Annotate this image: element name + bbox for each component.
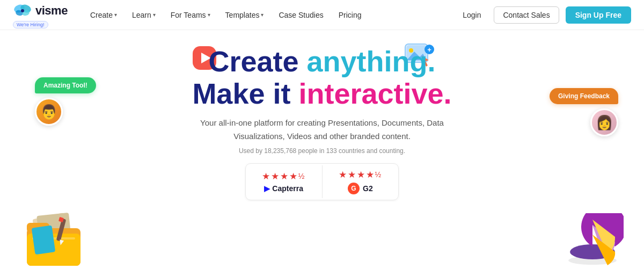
logo-area[interactable]: visme We're Hiring!: [13, 1, 68, 28]
interactive-highlight: interactive.: [298, 77, 451, 110]
hero-heading-line1: Create anything.: [192, 45, 451, 77]
nav-links: Create ▾ Learn ▾ For Teams ▾ Templates ▾…: [83, 0, 369, 30]
avatar-male: 👨: [35, 98, 63, 126]
signup-button[interactable]: Sign Up Free: [566, 6, 631, 24]
anything-highlight: anything.: [307, 45, 436, 77]
hero-heading-line2: Make it interactive.: [192, 77, 451, 110]
chevron-icon: ▾: [153, 12, 156, 18]
user-bubble-right: Giving Feedback 👩: [550, 88, 618, 136]
chevron-icon: ▾: [114, 12, 117, 18]
logo-text: visme: [35, 4, 68, 18]
chevron-icon: ▾: [261, 12, 264, 18]
nav-item-learn[interactable]: Learn ▾: [125, 0, 163, 30]
svg-point-4: [21, 9, 24, 12]
nav-item-for-teams[interactable]: For Teams ▾: [163, 0, 218, 30]
avatar-female: 👩: [590, 108, 618, 136]
chevron-icon: ▾: [208, 12, 210, 18]
nav-item-case-studies[interactable]: Case Studies: [271, 0, 331, 30]
g2-brand: G G2: [348, 183, 373, 194]
navbar: visme We're Hiring! Create ▾ Learn ▾ For…: [0, 0, 644, 30]
nav-item-templates[interactable]: Templates ▾: [218, 0, 272, 30]
g2-rating: ★★★★½ G G2: [323, 164, 399, 200]
nav-item-pricing[interactable]: Pricing: [331, 0, 369, 30]
rating-row: ★★★★½ ▶ Capterra ★★★★½ G G2: [245, 163, 399, 200]
login-button[interactable]: Login: [456, 8, 487, 23]
capterra-brand: ▶ Capterra: [264, 184, 303, 193]
pie-decoration: [562, 213, 624, 272]
g2-stars: ★★★★½: [339, 169, 383, 180]
capterra-stars: ★★★★½: [262, 171, 306, 182]
capterra-rating: ★★★★½ ▶ Capterra: [246, 165, 323, 198]
nav-item-create[interactable]: Create ▾: [83, 0, 125, 30]
hero-subtext: Your all-in-one platform for creating Pr…: [191, 117, 453, 143]
speech-bubble-amazing: Amazing Tool!: [35, 77, 96, 93]
capterra-arrow-icon: ▶: [264, 184, 270, 193]
hiring-badge: We're Hiring!: [13, 21, 48, 28]
visme-logo-icon: [13, 1, 32, 20]
svg-rect-20: [32, 225, 56, 255]
hero-heading: Create anything. Make it interactive.: [192, 45, 451, 110]
contact-sales-button[interactable]: Contact Sales: [494, 6, 559, 24]
used-by-text: Used by 18,235,768 people in 133 countri…: [239, 147, 405, 155]
g2-logo-icon: G: [348, 183, 360, 194]
speech-bubble-feedback: Giving Feedback: [550, 88, 618, 104]
user-bubble-left: Amazing Tool! 👨: [35, 77, 96, 126]
folder-decoration: [21, 208, 94, 272]
hero-section: + Amazing Tool! 👨 Giving Feedback 👩: [0, 30, 644, 276]
nav-right: Login Contact Sales Sign Up Free: [456, 6, 631, 24]
